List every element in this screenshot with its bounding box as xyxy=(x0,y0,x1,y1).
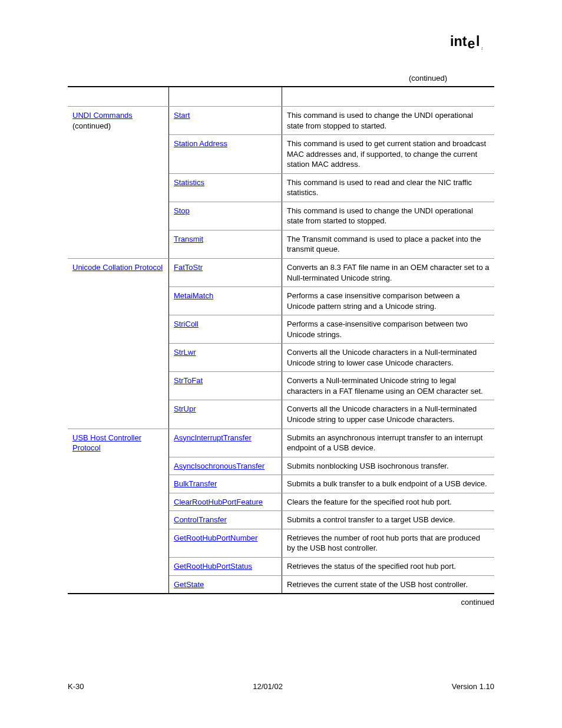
category-cell xyxy=(68,529,169,557)
svg-text:int: int xyxy=(450,34,467,49)
function-cell: Transmit xyxy=(169,230,282,258)
function-link[interactable]: GetRootHubPortStatus xyxy=(174,562,252,571)
category-cell: UNDI Commands (continued) xyxy=(68,107,169,135)
description-cell: Converts an 8.3 FAT file name in an OEM … xyxy=(282,259,495,287)
category-link[interactable]: UNDI Commands xyxy=(72,111,133,120)
continued-label-bottom: continued xyxy=(68,598,494,607)
category-cell xyxy=(68,400,169,429)
description-cell: Submits an asynchronous interrupt transf… xyxy=(282,429,495,457)
category-cell xyxy=(68,173,169,202)
category-link[interactable]: USB Host Controller Protocol xyxy=(72,433,141,453)
description-cell: Clears the feature for the specified roo… xyxy=(282,493,495,511)
category-cell xyxy=(68,493,169,511)
function-link[interactable]: AsyncIsochronousTransfer xyxy=(174,462,265,470)
category-cell xyxy=(68,344,169,372)
function-link[interactable]: Stop xyxy=(174,206,190,215)
function-link[interactable]: AsyncInterruptTransfer xyxy=(174,433,252,442)
function-cell: StrToFat xyxy=(169,372,282,400)
category-cell xyxy=(68,315,169,344)
function-cell: Stop xyxy=(169,202,282,230)
function-cell: GetState xyxy=(169,575,282,594)
function-cell: ClearRootHubPortFeature xyxy=(169,493,282,511)
svg-text:e: e xyxy=(468,36,475,51)
category-cell xyxy=(68,557,169,575)
function-cell: BulkTransfer xyxy=(169,475,282,493)
footer-version: Version 1.10 xyxy=(452,682,494,691)
description-cell: This command is used to change the UNDI … xyxy=(282,202,495,230)
function-cell: StrUpr xyxy=(169,400,282,429)
function-link[interactable]: StrLwr xyxy=(174,348,196,357)
function-cell: StriColl xyxy=(169,315,282,344)
function-cell: Start xyxy=(169,107,282,135)
category-cell xyxy=(68,230,169,258)
function-cell: ControlTransfer xyxy=(169,511,282,529)
svg-text:®: ® xyxy=(481,48,483,51)
description-cell: This command is used to get current stat… xyxy=(282,135,495,174)
description-cell: Submits nonblocking USB isochronous tran… xyxy=(282,457,495,475)
function-cell: Statistics xyxy=(169,173,282,202)
function-cell: AsyncInterruptTransfer xyxy=(169,429,282,457)
category-cell xyxy=(68,475,169,493)
category-cell xyxy=(68,575,169,594)
category-suffix: (continued) xyxy=(72,121,111,130)
description-cell: The Transmit command is used to place a … xyxy=(282,230,495,258)
description-cell: Converts all the Unicode characters in a… xyxy=(282,400,495,429)
footer-page-number: K-30 xyxy=(68,682,84,691)
footer-date: 12/01/02 xyxy=(253,682,283,691)
description-cell: Retrieves the status of the specified ro… xyxy=(282,557,495,575)
continued-label-top: (continued) xyxy=(68,74,494,83)
function-link[interactable]: StrUpr xyxy=(174,404,196,413)
category-cell xyxy=(68,135,169,174)
function-cell: StrLwr xyxy=(169,344,282,372)
svg-text:l: l xyxy=(476,34,480,49)
function-link[interactable]: MetaiMatch xyxy=(174,291,213,300)
function-cell: MetaiMatch xyxy=(169,287,282,315)
function-cell: FatToStr xyxy=(169,259,282,287)
function-link[interactable]: BulkTransfer xyxy=(174,479,217,488)
function-link[interactable]: StriColl xyxy=(174,319,199,328)
reference-table: UNDI Commands (continued)StartThis comma… xyxy=(68,86,494,594)
description-cell: Performs a case-insensitive comparison b… xyxy=(282,315,495,344)
category-cell xyxy=(68,202,169,230)
function-link[interactable]: Start xyxy=(174,111,190,120)
function-link[interactable]: Transmit xyxy=(174,235,203,243)
page-footer: K-30 12/01/02 Version 1.10 xyxy=(68,682,494,691)
description-cell: Performs a case insensitive comparison b… xyxy=(282,287,495,315)
description-cell: This command is used to change the UNDI … xyxy=(282,107,495,135)
function-cell: GetRootHubPortStatus xyxy=(169,557,282,575)
description-cell: Submits a control transfer to a target U… xyxy=(282,511,495,529)
category-link[interactable]: Unicode Collation Protocol xyxy=(72,263,163,272)
function-link[interactable]: StrToFat xyxy=(174,376,203,385)
intel-logo: int e l ® xyxy=(68,32,494,62)
category-cell xyxy=(68,372,169,400)
description-cell: This command is used to read and clear t… xyxy=(282,173,495,202)
function-link[interactable]: Station Address xyxy=(174,139,227,148)
function-link[interactable]: FatToStr xyxy=(174,263,203,272)
function-cell: Station Address xyxy=(169,135,282,174)
description-cell: Converts a Null-terminated Unicode strin… xyxy=(282,372,495,400)
function-cell: AsyncIsochronousTransfer xyxy=(169,457,282,475)
category-cell: Unicode Collation Protocol xyxy=(68,259,169,287)
description-cell: Retrieves the number of root hub ports t… xyxy=(282,529,495,557)
description-cell: Converts all the Unicode characters in a… xyxy=(282,344,495,372)
description-cell: Retrieves the current state of the USB h… xyxy=(282,575,495,594)
function-link[interactable]: GetState xyxy=(174,580,204,589)
category-cell xyxy=(68,457,169,475)
function-link[interactable]: GetRootHubPortNumber xyxy=(174,533,257,542)
category-cell xyxy=(68,511,169,529)
category-cell: USB Host Controller Protocol xyxy=(68,429,169,457)
function-cell: GetRootHubPortNumber xyxy=(169,529,282,557)
category-cell xyxy=(68,287,169,315)
function-link[interactable]: ControlTransfer xyxy=(174,515,227,524)
function-link[interactable]: ClearRootHubPortFeature xyxy=(174,498,263,506)
function-link[interactable]: Statistics xyxy=(174,178,204,187)
description-cell: Submits a bulk transfer to a bulk endpoi… xyxy=(282,475,495,493)
